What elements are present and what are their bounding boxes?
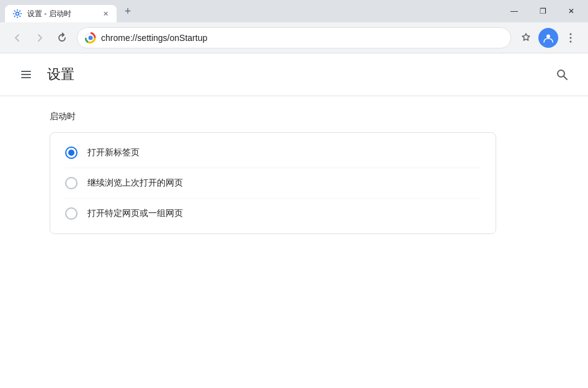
startup-options-card: 打开新标签页 继续浏览上次打开的网页 打开特定网页或一组网页 xyxy=(50,132,496,234)
radio-continue-browsing[interactable] xyxy=(65,177,78,189)
address-text: chrome://settings/onStartup xyxy=(101,33,503,43)
minimize-button[interactable]: — xyxy=(500,0,528,22)
radio-open-new-tab[interactable] xyxy=(65,147,78,159)
active-tab[interactable]: 设置 - 启动时 ✕ xyxy=(5,5,117,22)
menu-dots-icon xyxy=(565,32,576,43)
bookmark-button[interactable] xyxy=(516,28,536,48)
tab-title: 设置 - 启动时 xyxy=(27,9,96,19)
chrome-menu-button[interactable] xyxy=(561,28,581,48)
browser-toolbar: chrome://settings/onStartup xyxy=(0,22,588,53)
new-tab-button[interactable]: + xyxy=(119,2,136,20)
content-area: 设置 启动时 打开新标签页 xyxy=(0,53,588,388)
section-title: 启动时 xyxy=(50,111,538,122)
radio-inner-open-new-tab xyxy=(68,150,74,156)
forward-icon xyxy=(34,32,45,43)
svg-point-0 xyxy=(16,12,19,16)
back-icon xyxy=(12,32,23,43)
titlebar: 设置 - 启动时 ✕ + — ❐ ✕ xyxy=(0,0,588,22)
svg-line-11 xyxy=(564,76,567,79)
window-controls: — ❐ ✕ xyxy=(497,0,588,22)
sidebar-toggle-button[interactable] xyxy=(15,63,37,86)
option-label-open-new-tab: 打开新标签页 xyxy=(87,147,140,158)
maximize-button[interactable]: ❐ xyxy=(528,0,557,22)
option-continue-browsing[interactable]: 继续浏览上次打开的网页 xyxy=(50,168,496,198)
search-icon xyxy=(556,68,568,81)
close-button[interactable]: ✕ xyxy=(557,0,586,22)
profile-button[interactable] xyxy=(538,28,558,48)
svg-rect-7 xyxy=(21,71,31,72)
svg-point-5 xyxy=(570,37,572,38)
hamburger-icon xyxy=(20,68,32,81)
tab-close-button[interactable]: ✕ xyxy=(100,9,110,19)
back-button[interactable] xyxy=(7,28,27,48)
svg-point-2 xyxy=(89,35,93,40)
svg-point-4 xyxy=(570,33,572,35)
radio-open-specific[interactable] xyxy=(65,207,78,220)
settings-body: 启动时 打开新标签页 继续浏览上次打开的网页 xyxy=(0,96,588,249)
option-open-new-tab[interactable]: 打开新标签页 xyxy=(50,138,496,168)
bookmark-icon xyxy=(520,32,532,43)
chrome-logo-icon xyxy=(85,32,96,43)
option-open-specific[interactable]: 打开特定网页或一组网页 xyxy=(50,199,496,228)
settings-search-button[interactable] xyxy=(551,63,573,86)
address-bar[interactable]: chrome://settings/onStartup xyxy=(77,27,511,48)
svg-point-3 xyxy=(546,34,550,38)
svg-rect-8 xyxy=(21,74,31,75)
refresh-button[interactable] xyxy=(52,28,72,48)
settings-page: 设置 启动时 打开新标签页 xyxy=(0,53,588,388)
svg-rect-9 xyxy=(21,77,31,78)
refresh-icon xyxy=(56,32,68,43)
settings-header: 设置 xyxy=(0,53,588,96)
svg-point-6 xyxy=(570,40,572,42)
option-label-open-specific: 打开特定网页或一组网页 xyxy=(87,208,183,219)
option-label-continue-browsing: 继续浏览上次打开的网页 xyxy=(87,178,183,189)
profile-icon xyxy=(543,32,554,43)
forward-button[interactable] xyxy=(30,28,50,48)
tab-settings-icon xyxy=(12,9,22,19)
settings-title: 设置 xyxy=(47,65,74,84)
